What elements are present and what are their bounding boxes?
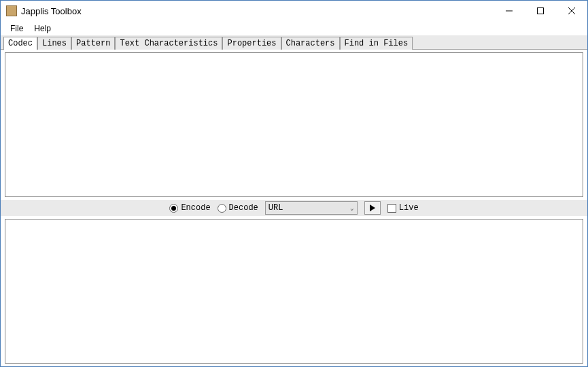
minimize-button[interactable] <box>494 1 525 21</box>
output-textarea[interactable] <box>5 220 583 363</box>
checkbox-icon <box>387 204 396 213</box>
input-pane <box>5 52 583 197</box>
encode-radio[interactable]: Encode <box>169 203 210 213</box>
tab-lines[interactable]: Lines <box>37 37 71 50</box>
close-button[interactable] <box>556 1 587 21</box>
encode-label: Encode <box>181 203 210 213</box>
input-textarea[interactable] <box>5 53 583 196</box>
svg-rect-1 <box>538 8 544 14</box>
live-checkbox[interactable]: Live <box>387 203 419 213</box>
tab-find-in-files[interactable]: Find in Files <box>340 37 413 50</box>
codec-toolbar: Encode Decode URL ⌄ Live <box>1 200 587 216</box>
tabstrip: Codec Lines Pattern Text Characteristics… <box>1 35 587 50</box>
tab-text-characteristics[interactable]: Text Characteristics <box>115 37 222 50</box>
minimize-icon <box>506 7 513 14</box>
menu-help[interactable]: Help <box>29 22 56 35</box>
live-label: Live <box>399 203 419 213</box>
menu-file[interactable]: File <box>5 22 29 35</box>
format-select[interactable]: URL ⌄ <box>265 201 358 215</box>
output-pane <box>5 219 583 364</box>
tab-codec[interactable]: Codec <box>3 37 37 50</box>
tab-properties[interactable]: Properties <box>222 37 281 50</box>
decode-radio[interactable]: Decode <box>218 203 258 213</box>
tab-pattern[interactable]: Pattern <box>71 37 115 50</box>
chevron-down-icon: ⌄ <box>350 204 354 212</box>
decode-label: Decode <box>229 203 258 213</box>
codec-panel: Encode Decode URL ⌄ Live <box>1 50 587 366</box>
play-icon <box>369 205 376 211</box>
maximize-button[interactable] <box>525 1 556 21</box>
maximize-icon <box>537 7 544 14</box>
run-button[interactable] <box>364 201 381 215</box>
menubar: File Help <box>1 21 587 35</box>
format-selected-value: URL <box>269 203 283 213</box>
titlebar: Japplis Toolbox <box>1 1 587 21</box>
tab-characters[interactable]: Characters <box>281 37 340 50</box>
svg-marker-4 <box>370 205 375 211</box>
mode-radio-group: Encode Decode <box>169 203 258 213</box>
close-icon <box>568 7 575 14</box>
window-controls <box>494 1 587 21</box>
app-icon <box>6 5 17 16</box>
window-title: Japplis Toolbox <box>21 6 494 16</box>
radio-icon <box>169 204 178 213</box>
radio-icon <box>218 204 226 213</box>
